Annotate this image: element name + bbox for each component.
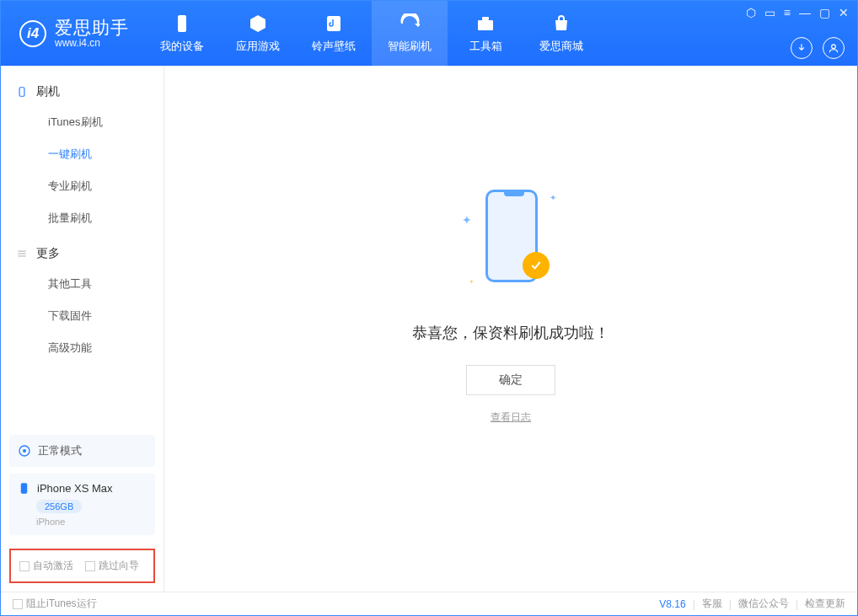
svg-point-10: [23, 449, 26, 453]
svg-rect-0: [178, 15, 186, 32]
sidebar-item-itunes-flash[interactable]: iTunes刷机: [1, 106, 164, 138]
user-icon[interactable]: [823, 37, 845, 59]
checkbox-label: 阻止iTunes运行: [26, 597, 97, 611]
options-box: 自动激活 跳过向导: [9, 549, 155, 583]
main-content: ✦ ✦ ✦ 恭喜您，保资料刷机成功啦！ 确定 查看日志: [164, 66, 857, 592]
sidebar-group-flash: 刷机 iTunes刷机 一键刷机 专业刷机 批量刷机: [1, 78, 164, 239]
bag-icon: [551, 13, 571, 34]
tab-store[interactable]: 爱思商城: [523, 1, 599, 66]
tab-apps-games[interactable]: 应用游戏: [220, 1, 296, 66]
sparkle-icon: ✦: [550, 193, 556, 202]
svg-rect-11: [21, 484, 26, 493]
checkbox-block-itunes[interactable]: 阻止iTunes运行: [13, 597, 97, 611]
footer-link-wechat[interactable]: 微信公众号: [738, 597, 789, 611]
mode-icon: [18, 444, 31, 458]
device-phone-icon: [18, 482, 30, 495]
svg-rect-5: [19, 88, 24, 97]
device-type-label: iPhone: [36, 517, 147, 527]
tab-label: 爱思商城: [539, 39, 583, 54]
footer: 阻止iTunes运行 V8.16 | 客服 | 微信公众号 | 检查更新: [1, 592, 857, 615]
checkbox-skip-guide[interactable]: 跳过向导: [85, 559, 139, 573]
body: 刷机 iTunes刷机 一键刷机 专业刷机 批量刷机 更多 其他工具 下载固件 …: [1, 66, 857, 592]
checkbox-icon: [85, 561, 95, 571]
tab-label: 应用游戏: [236, 39, 280, 54]
version-label: V8.16: [659, 598, 685, 610]
sidebar-item-oneclick-flash[interactable]: 一键刷机: [1, 138, 164, 170]
logo-area: i4 爱思助手 www.i4.cn: [1, 1, 144, 66]
main-tabs: 我的设备 应用游戏 铃声壁纸 智能刷机 工具箱 爱思商城: [144, 1, 599, 66]
app-title: 爱思助手: [55, 18, 129, 38]
sidebar-item-pro-flash[interactable]: 专业刷机: [1, 170, 164, 202]
sync-icon: [400, 13, 420, 34]
device-capacity-badge: 256GB: [36, 500, 82, 513]
device-info[interactable]: iPhone XS Max 256GB iPhone: [9, 474, 155, 535]
sidebar-item-batch-flash[interactable]: 批量刷机: [1, 202, 164, 234]
checkbox-icon: [13, 599, 23, 609]
device-name-row: iPhone XS Max: [18, 482, 147, 495]
maximize-button[interactable]: ▢: [819, 6, 830, 19]
footer-link-update[interactable]: 检查更新: [805, 597, 845, 611]
app-logo-icon: i4: [19, 20, 46, 47]
success-illustration: ✦ ✦ ✦: [460, 183, 561, 301]
sidebar: 刷机 iTunes刷机 一键刷机 专业刷机 批量刷机 更多 其他工具 下载固件 …: [1, 66, 164, 592]
sparkle-icon: ✦: [462, 213, 472, 227]
checkbox-auto-activate[interactable]: 自动激活: [19, 559, 73, 573]
shirt-icon[interactable]: ⬡: [746, 6, 756, 19]
tab-label: 工具箱: [469, 39, 502, 54]
tab-my-device[interactable]: 我的设备: [144, 1, 220, 66]
sidebar-header-more: 更多: [1, 239, 164, 268]
mode-indicator[interactable]: 正常模式: [9, 435, 155, 467]
svg-point-4: [832, 45, 836, 49]
check-badge-icon: [523, 252, 550, 279]
tab-label: 我的设备: [160, 39, 204, 54]
cube-icon: [248, 13, 268, 34]
close-button[interactable]: ✕: [839, 6, 849, 19]
download-icon[interactable]: [791, 37, 812, 59]
device-name-label: iPhone XS Max: [37, 482, 113, 495]
sidebar-group-label: 刷机: [36, 84, 60, 99]
menu-icon[interactable]: ≡: [784, 6, 791, 19]
tab-ringtone-wallpaper[interactable]: 铃声壁纸: [296, 1, 372, 66]
toolbox-icon: [475, 13, 496, 34]
checkbox-icon: [19, 561, 29, 571]
tab-toolbox[interactable]: 工具箱: [448, 1, 523, 66]
success-message: 恭喜您，保资料刷机成功啦！: [412, 323, 609, 343]
tab-label: 铃声壁纸: [312, 39, 356, 54]
tab-smart-flash[interactable]: 智能刷机: [372, 1, 448, 66]
sidebar-item-advanced[interactable]: 高级功能: [1, 332, 164, 364]
list-icon: [16, 248, 28, 260]
header-right: ⬡ ▭ ≡ — ▢ ✕: [746, 1, 849, 66]
account-icons: [791, 37, 849, 59]
sidebar-item-download-firmware[interactable]: 下载固件: [1, 300, 164, 332]
sparkle-icon: ✦: [469, 278, 475, 286]
checkbox-label: 跳过向导: [99, 559, 139, 573]
svg-rect-2: [478, 20, 493, 30]
sidebar-item-other-tools[interactable]: 其他工具: [1, 268, 164, 300]
footer-link-support[interactable]: 客服: [702, 597, 722, 611]
sidebar-group-label: 更多: [36, 246, 60, 261]
header: i4 爱思助手 www.i4.cn 我的设备 应用游戏 铃声壁纸 智能刷机 工具…: [1, 1, 857, 66]
phone-icon: [172, 13, 192, 34]
sidebar-header-flash: 刷机: [1, 78, 164, 106]
sidebar-group-more: 更多 其他工具 下载固件 高级功能: [1, 239, 164, 369]
mode-label: 正常模式: [38, 443, 82, 458]
svg-rect-3: [482, 17, 489, 20]
footer-left: 阻止iTunes运行: [13, 597, 97, 611]
view-log-link[interactable]: 查看日志: [491, 410, 531, 425]
music-note-icon: [324, 13, 344, 34]
footer-right: V8.16 | 客服 | 微信公众号 | 检查更新: [659, 597, 845, 611]
minimize-button[interactable]: —: [799, 6, 811, 19]
phone-outline-icon: [16, 86, 28, 98]
note-icon[interactable]: ▭: [764, 6, 775, 19]
tab-label: 智能刷机: [388, 39, 432, 54]
ok-button[interactable]: 确定: [466, 365, 555, 395]
checkbox-label: 自动激活: [33, 559, 73, 573]
app-subtitle: www.i4.cn: [55, 38, 129, 50]
window-controls: ⬡ ▭ ≡ — ▢ ✕: [746, 6, 849, 19]
